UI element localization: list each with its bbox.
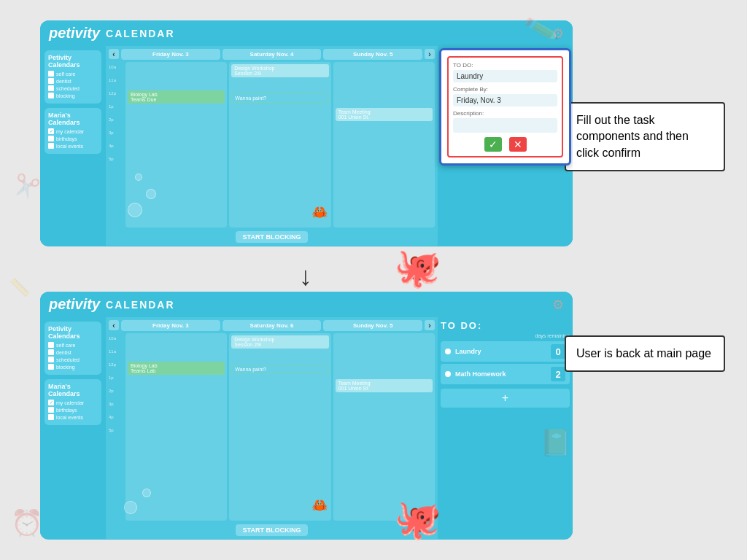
todo-days-math-b: 2 <box>551 367 565 381</box>
b-sidebar-item-localevents[interactable]: local events <box>48 414 98 420</box>
cal-next-arrow[interactable]: › <box>425 49 435 59</box>
info-text-top: Fill out the task components and then cl… <box>576 114 689 159</box>
b-checkbox-localevents[interactable] <box>48 414 54 420</box>
b-sidebar-item-scheduled[interactable]: scheduled <box>48 357 98 362</box>
todo-add-button[interactable]: + <box>441 389 570 408</box>
bottom-calendar-area: ‹ Friday Nov. 3 Saturday Nov. 6 Sunday N… <box>106 317 438 539</box>
bottom-panel-body: Petivity Calendars self care dentist sch… <box>40 317 573 539</box>
b-sidebar-item-mycalendar[interactable]: my calendar <box>48 400 98 405</box>
friday-column: Biology LabTeams Due <box>125 62 227 228</box>
petivity-calendars-section-b: Petivity Calendars self care dentist sch… <box>44 322 101 375</box>
marias-calendars-section: Maria's Calendars my calendar birthdays … <box>44 108 101 154</box>
b-wanna-paint-event[interactable]: Wanna paint? <box>231 365 328 374</box>
b-biology-lab-event[interactable]: Biology LabTeams Lab <box>128 362 225 375</box>
bottom-panel: petivity CALENDAR ⚙ Petivity Calendars s… <box>40 292 573 540</box>
b-checkbox-dentist[interactable] <box>48 349 54 355</box>
petivity-calendars-title-b: Petivity Calendars <box>48 325 98 340</box>
b-checkbox-selfcare[interactable] <box>48 342 54 348</box>
checkbox-birthdays[interactable] <box>48 136 54 141</box>
b-team-meeting-event[interactable]: Team Meeting001 Union St. <box>336 379 433 392</box>
checkbox-scheduled[interactable] <box>48 85 54 91</box>
b-sidebar-item-birthdays[interactable]: birthdays <box>48 407 98 413</box>
cal-day-saturday: Saturday Nov. 4 <box>222 49 322 60</box>
todo-field-label: TO DO: <box>453 62 557 69</box>
cal-day-sunday: Sunday Nov. 5 <box>323 49 422 60</box>
b-sidebar-item-selfcare[interactable]: self care <box>48 342 98 348</box>
description-label: Description: <box>453 110 557 117</box>
b-sidebar-item-dentist[interactable]: dentist <box>48 349 98 355</box>
task-modal-overlay: TO DO: Laundry Complete By: Friday, Nov.… <box>438 47 573 246</box>
todo-field-input[interactable]: Laundry <box>453 70 557 82</box>
b-checkbox-scheduled[interactable] <box>48 357 54 362</box>
sunday-column: Team Meeting001 Union St. <box>333 62 435 228</box>
top-panel: petivity CALENDAR ⚙ Petivity Calendars s… <box>40 20 573 246</box>
top-panel-header: petivity CALENDAR ⚙ <box>40 20 573 46</box>
petivity-calendars-title: Petivity Calendars <box>48 54 98 69</box>
todo-text-laundry: Laundry <box>455 348 546 355</box>
down-arrow: ↓ <box>299 261 312 292</box>
days-remaining-label-bottom: days remaining <box>441 333 570 338</box>
checkbox-selfcare[interactable] <box>48 71 54 77</box>
info-text-bottom: User is back at main page <box>576 347 711 359</box>
decor-notebook-bottom: 📔 <box>540 428 572 458</box>
checkbox-localevents[interactable] <box>48 143 54 149</box>
b-start-blocking-container: START BLOCKING <box>109 523 435 536</box>
info-box-top: Fill out the task components and then cl… <box>565 102 725 171</box>
petivity-logo-top: petivity <box>49 25 100 42</box>
start-blocking-btn-top[interactable]: START BLOCKING <box>236 231 309 243</box>
description-input[interactable] <box>453 118 557 133</box>
checkbox-blocking[interactable] <box>48 93 54 98</box>
task-cancel-button[interactable]: ✕ <box>509 137 527 152</box>
task-modal-actions: ✓ ✕ <box>453 137 557 152</box>
b-checkbox-blocking[interactable] <box>48 364 54 370</box>
decor-scissors: ✂️ <box>9 171 42 203</box>
sidebar-item-birthdays[interactable]: birthdays <box>48 136 98 141</box>
calendar-days-row: ‹ Friday Nov. 3 Saturday Nov. 4 Sunday N… <box>109 49 435 60</box>
team-meeting-event[interactable]: Team Meeting001 Union St. <box>336 108 433 121</box>
top-sidebar: Petivity Calendars self care dentist sch… <box>40 46 106 246</box>
b-cal-day-saturday: Saturday Nov. 6 <box>222 320 322 331</box>
checkbox-dentist[interactable] <box>48 78 54 84</box>
checkbox-mycalendar[interactable] <box>48 128 54 134</box>
todo-item-laundry[interactable]: Laundry 0 <box>441 341 570 362</box>
b-checkbox-mycalendar[interactable] <box>48 400 54 405</box>
cal-prev-arrow[interactable]: ‹ <box>109 49 119 59</box>
marias-calendars-title-b: Maria's Calendars <box>48 383 98 397</box>
calendar-grid: 10a 11a 12p 1p 2p 3p 4p 5p Biology LabTe… <box>109 62 435 228</box>
biology-lab-event[interactable]: Biology LabTeams Due <box>128 90 225 104</box>
complete-by-input[interactable]: Friday, Nov. 3 <box>453 94 557 106</box>
b-sidebar-item-blocking[interactable]: blocking <box>48 364 98 370</box>
gear-icon-bottom[interactable]: ⚙ <box>552 297 564 313</box>
sidebar-item-localevents[interactable]: local events <box>48 143 98 149</box>
marias-calendars-section-b: Maria's Calendars my calendar birthdays … <box>44 379 101 425</box>
b-checkbox-birthdays[interactable] <box>48 407 54 413</box>
sidebar-item-mycalendar[interactable]: my calendar <box>48 128 98 134</box>
complete-by-label: Complete By: <box>453 86 557 93</box>
sidebar-item-dentist[interactable]: dentist <box>48 78 98 84</box>
octopus-top: 🐙 <box>394 497 441 542</box>
todo-bullet-math-b <box>445 371 451 377</box>
task-modal-inner: TO DO: Laundry Complete By: Friday, Nov.… <box>447 56 563 158</box>
todo-bullet-laundry <box>445 349 451 354</box>
sidebar-item-scheduled[interactable]: scheduled <box>48 85 98 91</box>
b-cal-prev-arrow[interactable]: ‹ <box>109 320 119 330</box>
bottom-sidebar: Petivity Calendars self care dentist sch… <box>40 317 106 539</box>
bottom-panel-header: petivity CALENDAR ⚙ <box>40 292 573 317</box>
todo-title-bottom: TO DO: <box>441 320 570 331</box>
decor-clock: ⏰ <box>11 508 43 538</box>
b-design-workshop-event[interactable]: Design WorkshopSession 2/8 <box>231 335 328 349</box>
task-confirm-button[interactable]: ✓ <box>484 137 502 152</box>
design-workshop-event[interactable]: Design WorkshopSession 2/8 <box>231 64 328 77</box>
start-blocking-container: START BLOCKING <box>109 230 435 243</box>
sidebar-item-blocking[interactable]: blocking <box>48 93 98 98</box>
wanna-paint-event[interactable]: Wanna paint? <box>231 93 328 103</box>
calendar-title-top: CALENDAR <box>106 28 175 39</box>
petivity-calendars-section: Petivity Calendars self care dentist sch… <box>44 50 101 104</box>
sidebar-item-selfcare[interactable]: self care <box>48 71 98 77</box>
todo-item-math-b[interactable]: Math Homework 2 <box>441 364 570 384</box>
info-box-bottom: User is back at main page <box>565 335 725 372</box>
b-cal-day-friday: Friday Nov. 3 <box>121 320 220 331</box>
start-blocking-btn-bottom[interactable]: START BLOCKING <box>236 524 309 536</box>
saturday-column: Design WorkshopSession 2/8 Wanna paint? … <box>229 62 330 228</box>
b-cal-next-arrow[interactable]: › <box>425 320 435 330</box>
